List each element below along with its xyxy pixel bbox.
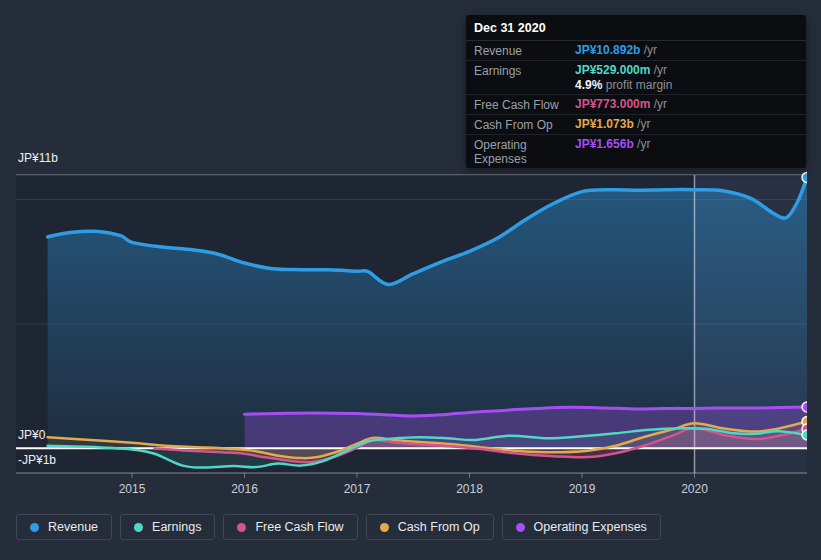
tooltip-label: Cash From Op [474,117,575,132]
tooltip-unit: /yr [644,43,657,57]
chart-legend: Revenue Earnings Free Cash Flow Cash Fro… [16,514,661,540]
legend-item-operating-expenses[interactable]: Operating Expenses [502,514,661,540]
tooltip-row-fcf: Free Cash Flow JP¥773.000m /yr [466,95,806,115]
tooltip-label: Earnings [474,63,575,78]
legend-label: Earnings [152,520,201,534]
marker-revenue [802,172,812,182]
tooltip-value: JP¥773.000m [575,97,650,111]
profit-margin-text: profit margin [606,78,673,92]
earnings-dot-icon [134,523,143,532]
y-axis-label: JP¥0 [18,428,45,442]
tooltip-value: JP¥10.892b [575,43,640,57]
tooltip-profit-margin: 4.9% profit margin [575,78,672,92]
tooltip-unit: /yr [654,63,667,77]
y-axis-label: -JP¥1b [18,453,56,467]
tooltip-unit: /yr [637,137,650,151]
tooltip-unit: /yr [637,117,650,131]
x-axis-label: 2019 [552,482,612,496]
tooltip-row-earnings: Earnings JP¥529.000m /yr 4.9% profit mar… [466,61,806,95]
x-axis-label: 2018 [440,482,500,496]
tooltip-row-opex: Operating Expenses JP¥1.656b /yr [466,135,806,168]
x-axis-label: 2020 [665,482,725,496]
x-axis-label: 2015 [102,482,162,496]
tooltip-value: JP¥1.656b [575,137,634,151]
tooltip-date: Dec 31 2020 [466,15,806,41]
tooltip-value: JP¥1.073b [575,117,634,131]
legend-item-free-cash-flow[interactable]: Free Cash Flow [223,514,357,540]
tooltip-row-cashop: Cash From Op JP¥1.073b /yr [466,115,806,135]
fcf-dot-icon [237,523,246,532]
y-axis-label: JP¥11b [18,151,58,165]
marker-opex [802,402,812,412]
tooltip-label: Free Cash Flow [474,97,575,112]
cashop-dot-icon [380,523,389,532]
legend-item-cash-from-op[interactable]: Cash From Op [366,514,494,540]
legend-label: Revenue [48,520,98,534]
revenue-dot-icon [30,523,39,532]
chart-tooltip: Dec 31 2020 Revenue JP¥10.892b /yr Earni… [466,15,806,168]
marker-earnings [802,430,812,440]
legend-label: Free Cash Flow [255,520,343,534]
tooltip-label: Revenue [474,43,575,58]
x-axis-label: 2016 [215,482,275,496]
page: Dec 31 2020 Revenue JP¥10.892b /yr Earni… [0,0,821,560]
tooltip-value: JP¥529.000m [575,63,650,77]
legend-item-revenue[interactable]: Revenue [16,514,112,540]
legend-item-earnings[interactable]: Earnings [120,514,215,540]
opex-dot-icon [516,523,525,532]
tooltip-label: Operating Expenses [474,137,575,166]
x-axis-label: 2017 [327,482,387,496]
profit-margin-value: 4.9% [575,78,602,92]
tooltip-row-revenue: Revenue JP¥10.892b /yr [466,41,806,61]
legend-label: Operating Expenses [534,520,647,534]
tooltip-unit: /yr [654,97,667,111]
legend-label: Cash From Op [398,520,480,534]
plot-area [16,172,812,478]
